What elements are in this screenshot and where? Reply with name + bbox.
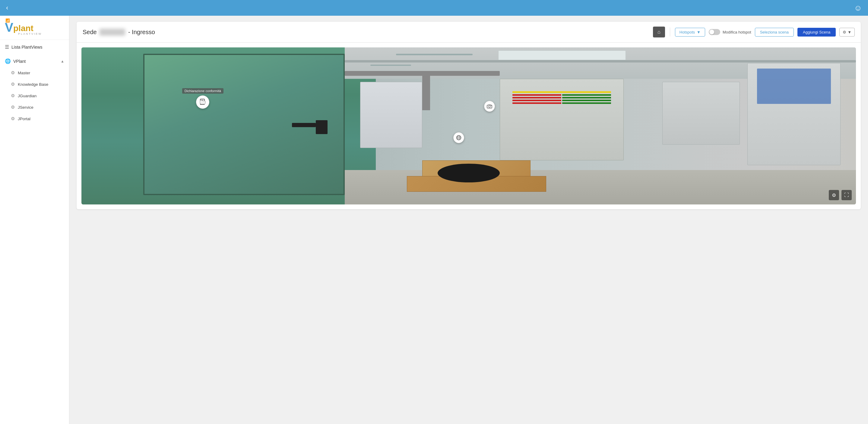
sidebar: 📶 V plant PLANTVIEW ☰ Lista PlantViews 🌐…: [0, 16, 69, 424]
aggiungi-scena-button[interactable]: Aggiungi Scena: [798, 28, 836, 36]
svg-point-6: [489, 106, 490, 108]
blurred-name: ██████: [99, 29, 125, 36]
hotspot-circle-camera[interactable]: [484, 101, 495, 112]
sidebar-section-header[interactable]: 🌐 VPlant ▲: [0, 55, 69, 67]
content-area: Sede ██████ - Ingresso ⌂ Hotspots ▼ Modi…: [69, 16, 868, 424]
globe-nav-icon: 🌐: [5, 58, 11, 64]
pipe-main: [345, 60, 856, 62]
settings-chevron-icon: ▼: [847, 30, 851, 34]
sidebar-item-label-kb: Knowledge Base: [18, 82, 48, 87]
sidebar-item-label-jp: JPortal: [18, 117, 30, 121]
hotspots-chevron-icon: ▼: [697, 30, 701, 34]
button-row-1: [513, 94, 611, 96]
top-bar-left: ‹: [6, 4, 8, 11]
back-button[interactable]: ‹: [6, 4, 8, 11]
btn-red-2: [513, 97, 561, 98]
sidebar-logo: 📶 V plant PLANTVIEW: [0, 16, 69, 40]
sidebar-section-vplant: 🌐 VPlant ▲ ⚙ Master ⚙ Knowledge Base ⚙ J…: [0, 53, 69, 127]
toolbar-divider: [670, 27, 670, 36]
camera-icon: [487, 104, 492, 108]
sidebar-menu-header[interactable]: ☰ Lista PlantViews: [0, 40, 69, 53]
sidebar-item-jportal[interactable]: ⚙ JPortal: [0, 113, 69, 124]
btn-red-4: [513, 103, 561, 104]
hotspot-camera[interactable]: [484, 101, 495, 112]
sidebar-item-jguardian[interactable]: ⚙ JGuardian: [0, 90, 69, 102]
panorama-viewer[interactable]: Dichiarazione conformità: [82, 48, 856, 204]
hotspot-dichiarazione[interactable]: Dichiarazione conformità: [182, 88, 223, 109]
wifi-icon: 📶: [5, 19, 10, 22]
blue-panel-content: [757, 68, 831, 104]
gear-icon-js: ⚙: [11, 105, 15, 110]
sidebar-item-knowledge-base[interactable]: ⚙ Knowledge Base: [0, 79, 69, 90]
document-icon: [199, 99, 206, 105]
section-title: 🌐 VPlant: [5, 58, 26, 64]
hotspots-label: Hotspots: [680, 30, 695, 34]
content-card: Sede ██████ - Ingresso ⌂ Hotspots ▼ Modi…: [76, 22, 861, 209]
toggle-label: Modifica hotspot: [723, 30, 751, 34]
gear-icon-jg: ⚙: [11, 93, 15, 98]
wire-vertical: [422, 71, 430, 110]
hotspot-circle-dichiarazione[interactable]: [196, 95, 209, 109]
gear-icon-jp: ⚙: [11, 116, 15, 121]
indicator-row-1: [513, 91, 611, 93]
user-icon[interactable]: ☺: [854, 3, 862, 13]
right-panel-2: [662, 82, 740, 145]
toggle-knob: [709, 30, 714, 34]
white-panel: [360, 82, 422, 148]
scene-door: [143, 54, 345, 195]
seleziona-scena-button[interactable]: Seleziona scena: [755, 28, 794, 36]
page-title: Sede ██████ - Ingresso: [83, 29, 649, 36]
hotspot-label-dichiarazione: Dichiarazione conformità: [182, 88, 223, 94]
sidebar-item-label-js: JService: [18, 105, 33, 110]
settings-dropdown-button[interactable]: ⚙ ▼: [839, 28, 855, 36]
gear-icon-master: ⚙: [11, 70, 15, 76]
sidebar-item-label-master: Master: [18, 71, 30, 75]
top-bar: ‹ ☺: [0, 0, 868, 16]
logo-plantview: PLANTVIEW: [18, 33, 42, 35]
door-handle-v: [316, 120, 328, 134]
chevron-up-icon: ▲: [61, 59, 64, 63]
svg-point-7: [491, 105, 491, 106]
button-row-2: [513, 97, 611, 98]
btn-green-2: [562, 97, 611, 98]
hotspot-globe[interactable]: [453, 132, 464, 143]
door-handle-h: [292, 123, 316, 127]
panorama-settings-button[interactable]: ⚙: [829, 190, 839, 200]
gear-icon-kb: ⚙: [11, 82, 15, 87]
control-cabinet: [500, 79, 624, 160]
hotspots-button[interactable]: Hotspots ▼: [675, 28, 705, 36]
home-button[interactable]: ⌂: [653, 27, 665, 37]
hotspot-circle-globe[interactable]: [453, 132, 464, 143]
hamburger-icon: ☰: [5, 44, 9, 50]
section-title-text: VPlant: [13, 59, 26, 64]
pipe-branch-1: [396, 54, 473, 55]
top-bar-right: ☺: [854, 3, 862, 13]
logo-container: 📶 V plant PLANTVIEW: [5, 21, 64, 35]
sidebar-item-jservice[interactable]: ⚙ JService: [0, 102, 69, 113]
cabinet-controls: [513, 91, 611, 104]
menu-label: Lista PlantViews: [11, 45, 42, 50]
settings-gear-icon: ⚙: [843, 30, 846, 34]
panorama-fullscreen-button[interactable]: ⛶: [841, 190, 852, 200]
button-row-3: [513, 100, 611, 101]
btn-green-1: [562, 94, 611, 96]
button-row-4: [513, 103, 611, 104]
btn-red-3: [513, 100, 561, 101]
logo-plant: plant: [13, 24, 33, 33]
btn-green-4: [562, 103, 611, 104]
toolbar: Sede ██████ - Ingresso ⌂ Hotspots ▼ Modi…: [76, 22, 861, 43]
globe-hotspot-icon: [456, 135, 461, 140]
pipe-branch-2: [370, 65, 411, 66]
btn-green-3: [562, 100, 611, 101]
sidebar-item-master[interactable]: ⚙ Master: [0, 67, 69, 79]
right-panel-1: [747, 63, 840, 165]
light-fixture: [498, 51, 626, 60]
panorama-controls: ⚙ ⛶: [829, 190, 852, 200]
cable-reel: [438, 164, 499, 182]
btn-red-1: [513, 94, 561, 96]
sidebar-item-label-jg: JGuardian: [18, 94, 36, 98]
main-layout: 📶 V plant PLANTVIEW ☰ Lista PlantViews 🌐…: [0, 16, 868, 424]
modifica-hotspot-toggle[interactable]: [709, 29, 720, 35]
toggle-wrap: Modifica hotspot: [709, 29, 751, 35]
